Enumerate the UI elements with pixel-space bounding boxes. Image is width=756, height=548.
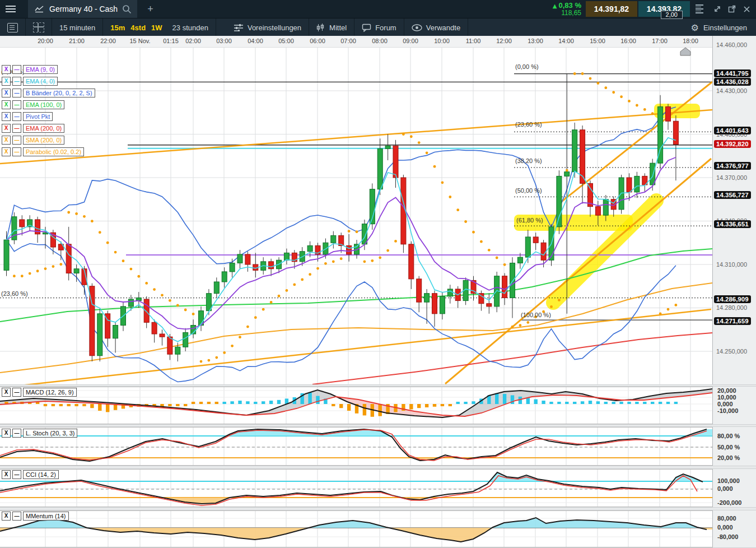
timeframe-button[interactable]: 15 minuten	[52, 18, 103, 36]
time-label: 11:00	[466, 38, 481, 44]
legend-remove-button[interactable]: X	[2, 429, 11, 438]
instrument-tab[interactable]: Germany 40 - Cash	[28, 0, 137, 18]
legend-label[interactable]: EMA (9, 0)	[23, 65, 58, 74]
panel-legend-3: X—MMentum (14)	[2, 512, 69, 520]
list-view-icon[interactable]	[0, 18, 26, 36]
up-triangle-icon: ▲	[553, 3, 557, 9]
eye-icon	[412, 24, 422, 31]
legend-minimize-button[interactable]: —	[12, 100, 21, 109]
legend-remove-button[interactable]: X	[2, 100, 11, 109]
expand-icon[interactable]	[710, 2, 725, 16]
grid-layout-icon[interactable]	[26, 18, 52, 36]
price-change: ▲0,83 % 118,65	[553, 2, 581, 17]
mittel-button[interactable]: Mittel	[309, 18, 354, 36]
legend-remove-button[interactable]: X	[2, 388, 11, 397]
chart-toolbar: 15 minuten 15m 4std 1W 23 stunden Vorein…	[0, 18, 756, 36]
legend-label[interactable]: EMA (4, 0)	[23, 77, 58, 86]
legend-remove-button[interactable]: X	[2, 470, 11, 479]
price-grid-label: 14.280,000	[716, 304, 747, 311]
forum-button[interactable]: Forum	[354, 18, 404, 36]
price-level-badge: 14.436,028	[714, 78, 751, 86]
panel-separator	[0, 424, 756, 427]
legend-remove-button[interactable]: X	[2, 89, 11, 97]
popout-icon[interactable]	[725, 2, 739, 16]
trading-app: Germany 40 - Cash + ▲0,83 % 118,65 14.39…	[0, 0, 756, 548]
time-axis[interactable]: 20:0021:0022:0015 Nov.01:1502:0003:0004:…	[0, 36, 712, 48]
legend-remove-button[interactable]: X	[2, 112, 11, 121]
time-label: 02:00	[185, 38, 201, 44]
legend-row-6: X—SMA (200, 0)	[2, 136, 64, 144]
gear-icon: ⚙	[691, 22, 699, 33]
search-icon[interactable]	[122, 4, 132, 14]
svg-text:(23,60 %): (23,60 %)	[1, 290, 28, 297]
main-chart[interactable]: (0,00 %)(23,60 %)(38,20 %)(50,00 %)(61,8…	[0, 47, 712, 384]
macd-panel[interactable]	[0, 387, 712, 424]
legend-remove-button[interactable]: X	[2, 136, 11, 145]
close-icon[interactable]	[739, 2, 754, 16]
legend-label[interactable]: SMA (200, 0)	[23, 136, 64, 145]
related-button[interactable]: Verwandte	[404, 18, 468, 36]
indicator-axis-label: 80,000	[717, 515, 736, 522]
legend-minimize-button[interactable]: —	[12, 124, 21, 133]
spread-badge: 2,00	[661, 11, 683, 19]
cci-panel[interactable]	[0, 469, 712, 507]
menu-icon[interactable]	[0, 0, 21, 18]
candles-icon	[316, 24, 325, 32]
legend-remove-button[interactable]: X	[2, 147, 11, 156]
indicator-axis-label: 0,000	[717, 524, 733, 531]
settings-button[interactable]: ⚙Einstellungen	[682, 22, 756, 33]
price-axis[interactable]: 14.460,00014.430,00014.400,00014.370,000…	[712, 36, 756, 548]
indicator-axis-label: 20,00 %	[717, 454, 740, 461]
legend-minimize-button[interactable]: —	[12, 89, 21, 97]
panel-separator	[0, 507, 756, 510]
legend-minimize-button[interactable]: —	[12, 429, 21, 438]
time-label: 07:00	[340, 38, 356, 44]
preset-4std[interactable]: 4std	[128, 18, 148, 36]
legend-remove-button[interactable]: X	[2, 65, 11, 74]
svg-text:(23,60 %): (23,60 %)	[515, 121, 542, 128]
legend-label[interactable]: B Bänder (20, 0, 2, 2, S)	[23, 89, 95, 97]
line-chart-icon	[35, 5, 45, 13]
momentum-panel[interactable]	[0, 510, 712, 547]
legend-minimize-button[interactable]: —	[12, 65, 21, 74]
legend-row-3: X—EMA (100, 0)	[2, 100, 64, 109]
legend-minimize-button[interactable]: —	[12, 77, 21, 86]
legend-remove-button[interactable]: X	[2, 77, 11, 86]
legend-label[interactable]: MACD (12, 26, 9)	[23, 388, 77, 397]
legend-label[interactable]: Parabolic (0.02, 0.2)	[23, 147, 84, 156]
legend-label[interactable]: Pivot Pkt	[23, 112, 53, 121]
preset-15m[interactable]: 15m	[103, 18, 128, 36]
indicator-axis-label: -80,000	[717, 533, 738, 540]
indicator-axis-label: 50,00 %	[717, 444, 740, 451]
indicator-axis-label: 0,000	[717, 485, 733, 492]
add-tab-icon[interactable]: +	[147, 3, 153, 15]
legend-remove-button[interactable]: X	[2, 512, 11, 521]
price-level-badge: 14.336,651	[714, 220, 751, 228]
presets-button[interactable]: Voreinstellungen	[226, 18, 309, 36]
preset-1w[interactable]: 1W	[148, 18, 165, 36]
sell-button[interactable]: 14.391,82	[586, 1, 637, 17]
legend-remove-button[interactable]: X	[2, 124, 11, 133]
legend-minimize-button[interactable]: —	[12, 470, 21, 479]
price-level-badge: 14.286,909	[714, 295, 751, 303]
panel-separator	[0, 466, 756, 469]
stoch-panel[interactable]	[0, 427, 712, 466]
legend-minimize-button[interactable]: —	[12, 512, 21, 521]
indicator-axis-label: 100,000	[717, 477, 740, 484]
time-label: 15 Nov.	[129, 38, 150, 44]
legend-minimize-button[interactable]: —	[12, 388, 21, 397]
legend-label[interactable]: EMA (200, 0)	[23, 124, 64, 133]
legend-minimize-button[interactable]: —	[12, 147, 21, 156]
legend-label[interactable]: CCI (14, 2)	[23, 470, 59, 479]
legend-label[interactable]: MMentum (14)	[23, 512, 69, 521]
depth-icon[interactable]	[696, 3, 707, 15]
price-level-badge: 14.376,977	[714, 162, 751, 170]
legend-minimize-button[interactable]: —	[12, 112, 21, 121]
svg-text:(61,80 %): (61,80 %)	[516, 217, 543, 224]
legend-label[interactable]: L. Stoch (20, 3, 3)	[23, 429, 77, 438]
range-button[interactable]: 23 stunden	[165, 18, 216, 36]
legend-minimize-button[interactable]: —	[12, 136, 21, 145]
time-label: 08:00	[372, 38, 388, 44]
legend-label[interactable]: EMA (100, 0)	[23, 100, 64, 109]
price-grid-label: 14.460,000	[716, 41, 747, 48]
